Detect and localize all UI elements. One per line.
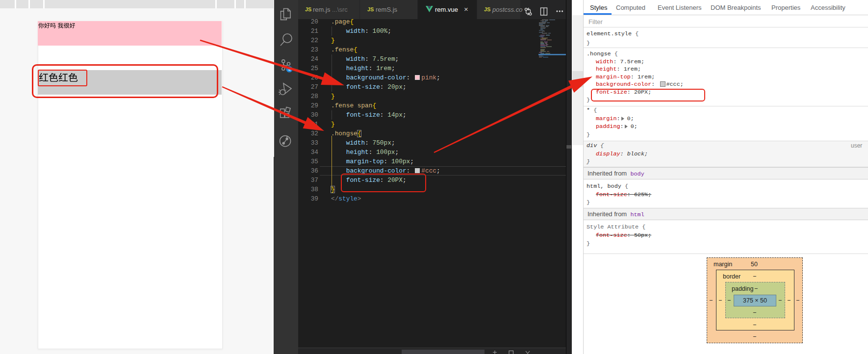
svg-text:4: 4 (288, 67, 290, 72)
